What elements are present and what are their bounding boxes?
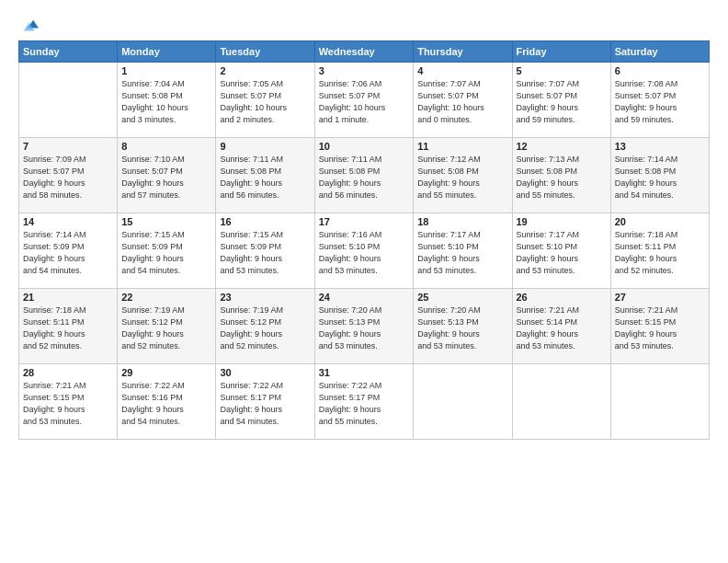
calendar-cell: 5Sunrise: 7:07 AM Sunset: 5:07 PM Daylig… (512, 63, 610, 138)
day-info: Sunrise: 7:21 AM Sunset: 5:14 PM Dayligh… (517, 304, 607, 352)
day-info: Sunrise: 7:18 AM Sunset: 5:11 PM Dayligh… (23, 304, 113, 352)
day-number: 24 (319, 292, 409, 303)
calendar-cell: 26Sunrise: 7:21 AM Sunset: 5:14 PM Dayli… (512, 289, 610, 364)
day-number: 9 (220, 141, 310, 152)
day-info: Sunrise: 7:15 AM Sunset: 5:09 PM Dayligh… (220, 229, 310, 277)
calendar-cell: 19Sunrise: 7:17 AM Sunset: 5:10 PM Dayli… (512, 213, 610, 289)
calendar-cell: 31Sunrise: 7:22 AM Sunset: 5:17 PM Dayli… (314, 364, 413, 440)
calendar-week-5: 28Sunrise: 7:21 AM Sunset: 5:15 PM Dayli… (19, 364, 710, 440)
day-number: 26 (517, 292, 607, 303)
logo-icon (18, 18, 39, 35)
calendar-header-tuesday: Tuesday (216, 41, 314, 63)
calendar-cell: 4Sunrise: 7:07 AM Sunset: 5:07 PM Daylig… (414, 63, 512, 138)
day-info: Sunrise: 7:11 AM Sunset: 5:08 PM Dayligh… (319, 154, 409, 201)
day-number: 1 (121, 65, 211, 76)
day-info: Sunrise: 7:12 AM Sunset: 5:08 PM Dayligh… (417, 154, 507, 201)
calendar-cell: 29Sunrise: 7:22 AM Sunset: 5:16 PM Dayli… (118, 364, 216, 440)
day-number: 15 (121, 216, 211, 227)
calendar-cell: 9Sunrise: 7:11 AM Sunset: 5:08 PM Daylig… (216, 138, 314, 213)
calendar-cell: 16Sunrise: 7:15 AM Sunset: 5:09 PM Dayli… (216, 213, 314, 289)
day-number: 8 (121, 141, 211, 152)
day-info: Sunrise: 7:22 AM Sunset: 5:17 PM Dayligh… (220, 380, 310, 428)
day-info: Sunrise: 7:21 AM Sunset: 5:15 PM Dayligh… (23, 380, 113, 428)
day-number: 21 (23, 292, 113, 303)
calendar-cell: 22Sunrise: 7:19 AM Sunset: 5:12 PM Dayli… (118, 289, 216, 364)
day-number: 3 (319, 65, 409, 76)
calendar-cell (19, 63, 118, 138)
calendar-cell: 23Sunrise: 7:19 AM Sunset: 5:12 PM Dayli… (216, 289, 314, 364)
day-number: 6 (615, 65, 705, 76)
day-info: Sunrise: 7:09 AM Sunset: 5:07 PM Dayligh… (23, 154, 113, 201)
day-info: Sunrise: 7:17 AM Sunset: 5:10 PM Dayligh… (417, 229, 507, 277)
day-number: 4 (417, 65, 507, 76)
calendar-cell (414, 364, 512, 440)
day-info: Sunrise: 7:16 AM Sunset: 5:10 PM Dayligh… (319, 229, 409, 277)
calendar-cell: 30Sunrise: 7:22 AM Sunset: 5:17 PM Dayli… (216, 364, 314, 440)
calendar-header-sunday: Sunday (19, 41, 118, 63)
day-number: 29 (121, 367, 211, 378)
day-info: Sunrise: 7:19 AM Sunset: 5:12 PM Dayligh… (220, 304, 310, 352)
page: SundayMondayTuesdayWednesdayThursdayFrid… (0, 0, 728, 563)
day-info: Sunrise: 7:07 AM Sunset: 5:07 PM Dayligh… (417, 78, 507, 126)
day-info: Sunrise: 7:10 AM Sunset: 5:07 PM Dayligh… (121, 154, 211, 201)
day-info: Sunrise: 7:20 AM Sunset: 5:13 PM Dayligh… (417, 304, 507, 352)
day-number: 23 (220, 292, 310, 303)
calendar-cell: 2Sunrise: 7:05 AM Sunset: 5:07 PM Daylig… (216, 63, 314, 138)
day-number: 13 (615, 141, 705, 152)
day-info: Sunrise: 7:18 AM Sunset: 5:11 PM Dayligh… (615, 229, 705, 277)
calendar-cell: 3Sunrise: 7:06 AM Sunset: 5:07 PM Daylig… (314, 63, 413, 138)
day-info: Sunrise: 7:15 AM Sunset: 5:09 PM Dayligh… (121, 229, 211, 277)
calendar-cell (610, 364, 709, 440)
day-number: 2 (220, 65, 310, 76)
day-info: Sunrise: 7:13 AM Sunset: 5:08 PM Dayligh… (517, 154, 607, 201)
day-number: 14 (23, 216, 113, 227)
calendar-cell: 17Sunrise: 7:16 AM Sunset: 5:10 PM Dayli… (314, 213, 413, 289)
calendar-header-row: SundayMondayTuesdayWednesdayThursdayFrid… (19, 41, 710, 63)
calendar-week-4: 21Sunrise: 7:18 AM Sunset: 5:11 PM Dayli… (19, 289, 710, 364)
day-number: 30 (220, 367, 310, 378)
calendar-cell: 12Sunrise: 7:13 AM Sunset: 5:08 PM Dayli… (512, 138, 610, 213)
day-number: 7 (23, 141, 113, 152)
day-number: 20 (615, 216, 705, 227)
day-info: Sunrise: 7:20 AM Sunset: 5:13 PM Dayligh… (319, 304, 409, 352)
calendar-cell: 28Sunrise: 7:21 AM Sunset: 5:15 PM Dayli… (19, 364, 118, 440)
calendar-cell (512, 364, 610, 440)
calendar-cell: 21Sunrise: 7:18 AM Sunset: 5:11 PM Dayli… (19, 289, 118, 364)
calendar-header-saturday: Saturday (610, 41, 709, 63)
day-info: Sunrise: 7:14 AM Sunset: 5:09 PM Dayligh… (23, 229, 113, 277)
calendar-cell: 7Sunrise: 7:09 AM Sunset: 5:07 PM Daylig… (19, 138, 118, 213)
calendar-cell: 27Sunrise: 7:21 AM Sunset: 5:15 PM Dayli… (610, 289, 709, 364)
day-number: 25 (417, 292, 507, 303)
day-number: 17 (319, 216, 409, 227)
day-info: Sunrise: 7:08 AM Sunset: 5:07 PM Dayligh… (615, 78, 705, 126)
calendar-cell: 24Sunrise: 7:20 AM Sunset: 5:13 PM Dayli… (314, 289, 413, 364)
day-info: Sunrise: 7:06 AM Sunset: 5:07 PM Dayligh… (319, 78, 409, 126)
calendar-header-friday: Friday (512, 41, 610, 63)
day-number: 31 (319, 367, 409, 378)
day-number: 27 (615, 292, 705, 303)
day-number: 10 (319, 141, 409, 152)
calendar-cell: 13Sunrise: 7:14 AM Sunset: 5:08 PM Dayli… (610, 138, 709, 213)
header (18, 17, 710, 33)
day-number: 5 (517, 65, 607, 76)
calendar-week-2: 7Sunrise: 7:09 AM Sunset: 5:07 PM Daylig… (19, 138, 710, 213)
calendar-header-wednesday: Wednesday (314, 41, 413, 63)
day-info: Sunrise: 7:05 AM Sunset: 5:07 PM Dayligh… (220, 78, 310, 126)
day-number: 11 (417, 141, 507, 152)
calendar-week-1: 1Sunrise: 7:04 AM Sunset: 5:08 PM Daylig… (19, 63, 710, 138)
day-info: Sunrise: 7:04 AM Sunset: 5:08 PM Dayligh… (121, 78, 211, 126)
day-info: Sunrise: 7:22 AM Sunset: 5:17 PM Dayligh… (319, 380, 409, 428)
calendar-cell: 8Sunrise: 7:10 AM Sunset: 5:07 PM Daylig… (118, 138, 216, 213)
calendar-cell: 25Sunrise: 7:20 AM Sunset: 5:13 PM Dayli… (414, 289, 512, 364)
day-number: 22 (121, 292, 211, 303)
calendar-header-thursday: Thursday (414, 41, 512, 63)
day-number: 18 (417, 216, 507, 227)
calendar-cell: 14Sunrise: 7:14 AM Sunset: 5:09 PM Dayli… (19, 213, 118, 289)
day-number: 19 (517, 216, 607, 227)
day-number: 12 (517, 141, 607, 152)
calendar-cell: 18Sunrise: 7:17 AM Sunset: 5:10 PM Dayli… (414, 213, 512, 289)
day-info: Sunrise: 7:19 AM Sunset: 5:12 PM Dayligh… (121, 304, 211, 352)
day-info: Sunrise: 7:11 AM Sunset: 5:08 PM Dayligh… (220, 154, 310, 201)
day-info: Sunrise: 7:17 AM Sunset: 5:10 PM Dayligh… (517, 229, 607, 277)
calendar-cell: 6Sunrise: 7:08 AM Sunset: 5:07 PM Daylig… (610, 63, 709, 138)
